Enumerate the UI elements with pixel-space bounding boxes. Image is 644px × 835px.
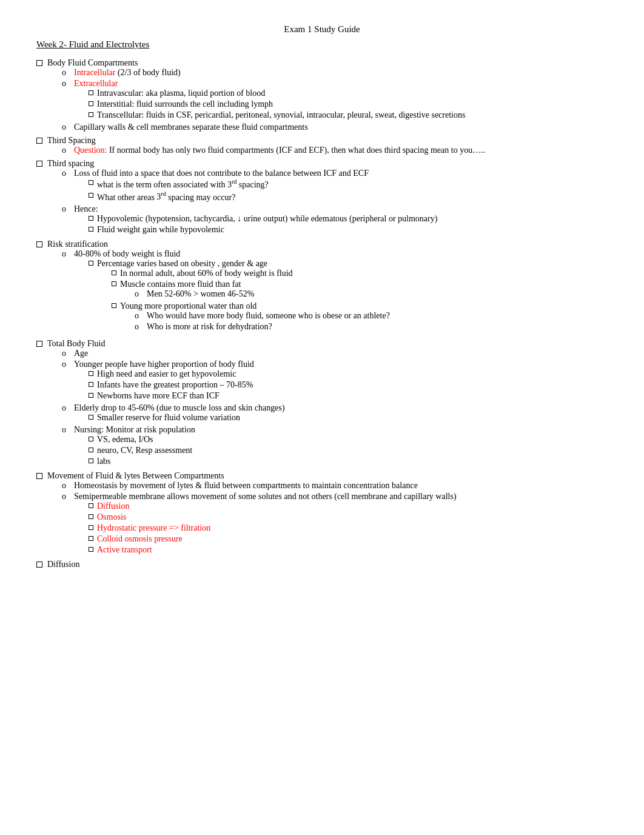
- bullet-icon: [36, 138, 42, 144]
- bullet-icon: [89, 525, 93, 530]
- list-item: Diffusion: [89, 501, 608, 511]
- bullet-icon: [89, 448, 93, 452]
- section-item: Risk stratificationo40-80% of body weigh…: [36, 240, 608, 337]
- section-label: Risk stratification: [47, 240, 108, 249]
- section-label: Third Spacing: [47, 136, 96, 145]
- list-item: oLoss of fluid into a space that does no…: [62, 169, 608, 203]
- o-item-content: Nursing: Monitor at risk populationVS, e…: [74, 425, 608, 468]
- list-item: Newborns have more ECF than ICF: [89, 391, 608, 401]
- bullet-icon: [89, 514, 93, 519]
- list-item: Smaller reserve for fluid volume variati…: [89, 413, 608, 423]
- list-item: Colloid osmosis pressure: [89, 534, 608, 544]
- bullet-icon: [89, 216, 93, 221]
- bullet-icon: [89, 415, 93, 420]
- list-item: Hypovolemic (hypotension, tachycardia, ↓…: [89, 214, 608, 224]
- bullet-icon: [89, 90, 93, 95]
- section-content: Risk stratificationo40-80% of body weigh…: [47, 240, 608, 337]
- section-content: Diffusion: [47, 560, 608, 569]
- list-item: Fluid weight gain while hypovolemic: [89, 225, 608, 235]
- list-item: oIntracellular (2/3 of body fluid): [62, 68, 608, 78]
- page-title: Exam 1 Study Guide: [36, 24, 608, 35]
- list-item: In normal adult, about 60% of body weigh…: [112, 269, 608, 278]
- bullet-icon: [89, 101, 93, 106]
- bullet-icon: [36, 241, 42, 247]
- list-item-content: VS, edema, I/Os: [97, 435, 608, 444]
- bullet-icon: [112, 303, 116, 308]
- list-item: Young more proportional water than oldoW…: [112, 301, 608, 333]
- list-item: VS, edema, I/Os: [89, 435, 608, 444]
- section-content: Movement of Fluid & lytes Between Compar…: [47, 471, 608, 557]
- bullet-icon: [89, 382, 93, 387]
- section-label: Movement of Fluid & lytes Between Compar…: [47, 471, 224, 480]
- o-item-content: Hence:Hypovolemic (hypotension, tachycar…: [74, 204, 608, 236]
- bullet-icon: [36, 161, 42, 167]
- list-item: oExtracellularIntravascular: aka plasma,…: [62, 79, 608, 121]
- bullet-icon: [36, 60, 42, 66]
- list-item: oNursing: Monitor at risk populationVS, …: [62, 425, 608, 468]
- section-item: Total Body FluidoAgeoYounger people have…: [36, 339, 608, 469]
- o-list: oIntracellular (2/3 of body fluid)oExtra…: [47, 68, 608, 132]
- list-item: High need and easier to get hypovolemic: [89, 369, 608, 379]
- section-content: Third SpacingoQuestion: If normal body h…: [47, 136, 608, 156]
- list-item-content: High need and easier to get hypovolemic: [97, 369, 608, 379]
- list-item-content: Fluid weight gain while hypovolemic: [97, 225, 608, 235]
- section-label: Body Fluid Compartments: [47, 58, 138, 67]
- section-content: Total Body FluidoAgeoYounger people have…: [47, 339, 608, 469]
- bullet-icon: [112, 270, 116, 275]
- o-list: oLoss of fluid into a space that does no…: [47, 169, 608, 236]
- o-list: oAgeoYounger people have higher proporti…: [47, 349, 608, 468]
- o-item-content: Elderly drop to 45-60% (due to muscle lo…: [74, 403, 608, 424]
- section-item: Body Fluid CompartmentsoIntracellular (2…: [36, 58, 608, 133]
- o-item-content: Loss of fluid into a space that does not…: [74, 169, 608, 203]
- list-item-content: What other areas 3rd spacing may occur?: [97, 191, 608, 203]
- list-item: oHence:Hypovolemic (hypotension, tachyca…: [62, 204, 608, 236]
- section-item: Third spacingoLoss of fluid into a space…: [36, 159, 608, 237]
- list-item: neuro, CV, Resp assessment: [89, 446, 608, 455]
- bullet-icon: [89, 547, 93, 552]
- list-item: Infants have the greatest proportion – 7…: [89, 380, 608, 390]
- o-item-content: Younger people have higher proportion of…: [74, 360, 608, 402]
- o-item-content: ExtracellularIntravascular: aka plasma, …: [74, 79, 608, 121]
- week-title: Week 2- Fluid and Electrolytes: [36, 39, 608, 50]
- list-item-content: neuro, CV, Resp assessment: [97, 446, 608, 455]
- list-item: oWho is more at risk for dehydration?: [135, 322, 608, 332]
- o-list: oQuestion: If normal body has only two f…: [47, 146, 608, 155]
- list-item: what is the term often associated with 3…: [89, 178, 608, 190]
- section-content: Third spacingoLoss of fluid into a space…: [47, 159, 608, 237]
- section-item: Diffusion: [36, 560, 608, 569]
- bullet-icon: [112, 281, 116, 286]
- bullet-icon: [89, 458, 93, 463]
- bullet-icon: [89, 371, 93, 376]
- list-item-content: labs: [97, 457, 608, 466]
- section-item: Third SpacingoQuestion: If normal body h…: [36, 136, 608, 156]
- list-item: labs: [89, 457, 608, 466]
- o-item-content: Age: [74, 349, 608, 358]
- list-item: o40-80% of body weight is fluidPercentag…: [62, 249, 608, 335]
- list-item: oQuestion: If normal body has only two f…: [62, 146, 608, 155]
- list-item: Intravascular: aka plasma, liquid portio…: [89, 89, 608, 98]
- o-item-content: Question: If normal body has only two fl…: [74, 146, 608, 155]
- list-item: Osmosis: [89, 512, 608, 522]
- list-item: oWho would have more body fluid, someone…: [135, 311, 608, 321]
- bullet-icon: [89, 261, 93, 266]
- o-item-content: Capillary walls & cell membranes separat…: [74, 122, 608, 132]
- bullet-icon: [89, 536, 93, 541]
- section-item: Movement of Fluid & lytes Between Compar…: [36, 471, 608, 557]
- list-item: Transcellular: fluids in CSF, pericardia…: [89, 110, 608, 120]
- bullet-icon: [89, 112, 93, 117]
- bullet-icon: [36, 473, 42, 479]
- o-list: oHomeostasis by movement of lytes & flui…: [47, 481, 608, 556]
- list-item-content: Transcellular: fluids in CSF, pericardia…: [97, 110, 608, 120]
- list-item: What other areas 3rd spacing may occur?: [89, 191, 608, 203]
- list-item: oMen 52-60% > women 46-52%: [135, 289, 608, 299]
- o-item-content: Intracellular (2/3 of body fluid): [74, 68, 608, 78]
- list-item: oCapillary walls & cell membranes separa…: [62, 122, 608, 132]
- bullet-icon: [89, 503, 93, 508]
- list-item-content: Hypovolemic (hypotension, tachycardia, ↓…: [97, 214, 608, 224]
- list-item: Active transport: [89, 545, 608, 555]
- list-item: Hydrostatic pressure => filtration: [89, 523, 608, 533]
- o-list: o40-80% of body weight is fluidPercentag…: [47, 249, 608, 335]
- bullet-icon: [36, 562, 42, 568]
- list-item: oSemipermeable membrane allows movement …: [62, 492, 608, 556]
- bullet-icon: [89, 227, 93, 232]
